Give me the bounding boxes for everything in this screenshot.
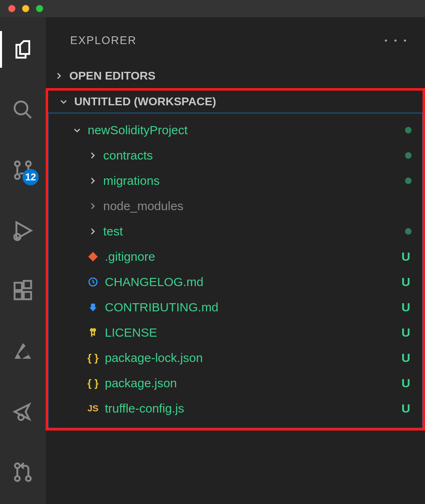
- tree-file[interactable]: CONTRIBUTING.md U: [49, 295, 422, 320]
- chevron-down-icon: [71, 126, 83, 135]
- tree-folder-label: contracts: [103, 149, 405, 162]
- git-status-badge: U: [400, 351, 412, 365]
- explorer-sidebar: EXPLORER • • • OPEN EDITORS UNTITLED (WO…: [46, 17, 425, 504]
- file-tree: newSolidityProject contracts migrations: [49, 113, 422, 428]
- activity-share[interactable]: [9, 398, 36, 425]
- section-workspace-label: UNTITLED (WORKSPACE): [74, 95, 216, 108]
- svg-point-0: [15, 102, 28, 115]
- pull-request-icon: [12, 461, 34, 483]
- git-status-dot: [405, 152, 412, 159]
- tree-file[interactable]: .gitignore U: [49, 244, 422, 269]
- tree-file-label: package-lock.json: [105, 351, 400, 365]
- section-open-editors-label: OPEN EDITORS: [69, 69, 155, 82]
- svg-rect-18: [94, 331, 95, 336]
- chevron-down-icon: [58, 97, 69, 106]
- tree-folder-root[interactable]: newSolidityProject: [49, 118, 422, 143]
- svg-point-2: [26, 161, 31, 166]
- window-minimize-button[interactable]: [22, 5, 29, 12]
- svg-point-10: [15, 463, 20, 468]
- git-status-badge: U: [400, 326, 412, 340]
- search-icon: [12, 99, 34, 121]
- window-fullscreen-button[interactable]: [36, 5, 43, 12]
- tree-file[interactable]: { } package-lock.json U: [49, 345, 422, 371]
- section-open-editors[interactable]: OPEN EDITORS: [46, 64, 425, 88]
- tree-file[interactable]: { } package.json U: [49, 371, 422, 396]
- tree-file-label: CHANGELOG.md: [105, 275, 400, 289]
- sidebar-title: EXPLORER: [70, 34, 137, 47]
- sidebar-header: EXPLORER • • •: [46, 17, 425, 64]
- git-status-dot: [405, 228, 412, 235]
- chevron-right-icon: [53, 71, 64, 80]
- git-status-badge: U: [400, 300, 412, 314]
- activity-source-control[interactable]: 12: [9, 157, 36, 184]
- tree-file[interactable]: LICENSE U: [49, 320, 422, 345]
- files-icon: [12, 38, 34, 60]
- tree-folder[interactable]: migrations: [49, 168, 422, 193]
- gitignore-icon: [87, 251, 99, 263]
- activity-search[interactable]: [9, 96, 36, 123]
- window-titlebar: [0, 0, 425, 17]
- window-close-button[interactable]: [8, 5, 15, 12]
- tree-file-label: CONTRIBUTING.md: [105, 300, 400, 314]
- debug-icon: [12, 220, 34, 242]
- chevron-right-icon: [87, 227, 98, 236]
- svg-rect-6: [15, 292, 22, 299]
- tree-folder[interactable]: test: [49, 219, 422, 244]
- chevron-right-icon: [87, 202, 98, 211]
- js-icon: JS: [87, 402, 99, 415]
- more-actions-button[interactable]: • • •: [385, 36, 409, 45]
- tree-folder-label: migrations: [103, 174, 405, 188]
- clock-icon: [87, 276, 99, 288]
- svg-rect-8: [24, 281, 31, 288]
- tree-file-label: truffle-config.js: [105, 402, 400, 415]
- tree-file-label: .gitignore: [105, 250, 400, 264]
- section-workspace[interactable]: UNTITLED (WORKSPACE): [46, 88, 425, 113]
- git-status-badge: U: [400, 250, 412, 264]
- activity-extensions[interactable]: [9, 278, 36, 304]
- activity-pull-requests[interactable]: [9, 459, 36, 486]
- svg-point-11: [15, 476, 20, 481]
- svg-rect-5: [15, 283, 22, 290]
- svg-point-1: [15, 161, 20, 166]
- chevron-right-icon: [87, 151, 98, 160]
- activity-azure[interactable]: [9, 338, 36, 365]
- chevron-right-icon: [87, 176, 98, 185]
- svg-rect-7: [24, 292, 31, 299]
- download-icon: [87, 301, 99, 313]
- git-status-badge: U: [400, 402, 412, 415]
- share-icon: [12, 401, 34, 423]
- tree-file[interactable]: JS truffle-config.js U: [49, 396, 422, 421]
- activity-explorer[interactable]: [9, 36, 36, 63]
- tree-folder[interactable]: node_modules: [49, 193, 422, 219]
- tree-file-label: LICENSE: [105, 326, 400, 340]
- tree-folder[interactable]: contracts: [49, 143, 422, 168]
- azure-icon: [12, 340, 34, 362]
- git-status-badge: U: [400, 376, 412, 390]
- scm-badge: 12: [22, 169, 39, 185]
- activity-debug[interactable]: [9, 217, 36, 244]
- svg-rect-16: [92, 334, 94, 335]
- tree-file-label: package.json: [105, 376, 400, 390]
- git-status-dot: [405, 178, 412, 184]
- tree-folder-label: test: [103, 224, 405, 238]
- svg-point-12: [26, 476, 31, 481]
- json-icon: { }: [87, 377, 99, 389]
- svg-point-9: [18, 415, 24, 420]
- activity-bar: 12: [0, 17, 46, 504]
- key-icon: [87, 326, 99, 339]
- git-status-dot: [405, 127, 412, 133]
- tree-folder-label: node_modules: [103, 199, 412, 213]
- svg-point-17: [93, 328, 96, 332]
- json-icon: { }: [87, 352, 99, 364]
- tree-folder-label: newSolidityProject: [88, 123, 405, 137]
- svg-point-3: [15, 174, 20, 179]
- git-status-badge: U: [400, 275, 412, 289]
- tree-file[interactable]: CHANGELOG.md U: [49, 269, 422, 295]
- extensions-icon: [12, 280, 34, 302]
